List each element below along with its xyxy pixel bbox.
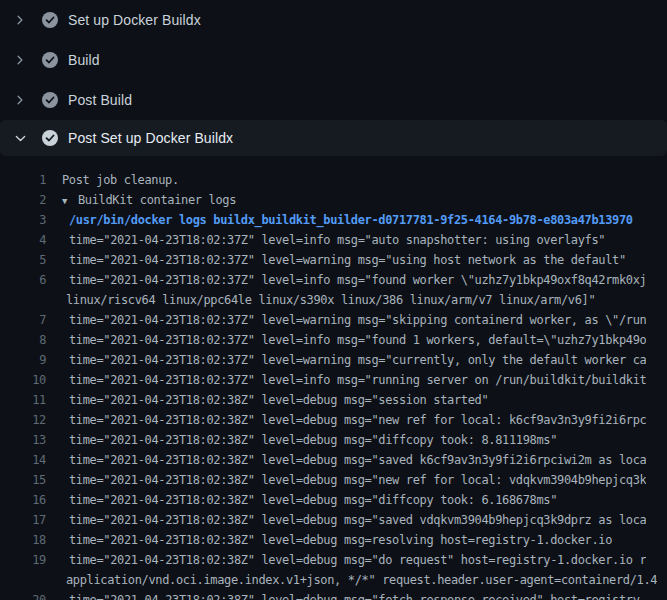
- line-number[interactable]: 10: [0, 370, 46, 390]
- chevron-right-icon: [12, 92, 28, 108]
- log-line: 5 time="2021-04-23T18:02:37Z" level=warn…: [0, 250, 667, 270]
- log-line: 1 Post job cleanup.: [0, 170, 667, 190]
- log-line: 2 ▼BuildKit container logs: [0, 190, 667, 210]
- log-text: application/vnd.oci.image.index.v1+json,…: [46, 570, 657, 590]
- step-label: Build: [68, 52, 100, 68]
- log-line: 6 time="2021-04-23T18:02:37Z" level=info…: [0, 270, 667, 290]
- log-viewer: 1 Post job cleanup. 2 ▼BuildKit containe…: [0, 156, 667, 600]
- group-collapse-triangle-icon[interactable]: ▼: [62, 191, 78, 210]
- log-line: application/vnd.oci.image.index.v1+json,…: [0, 570, 667, 590]
- log-text: time="2021-04-23T18:02:38Z" level=debug …: [46, 550, 646, 570]
- log-line: 20 time="2021-04-23T18:02:38Z" level=deb…: [0, 590, 667, 600]
- line-number[interactable]: 14: [0, 450, 46, 470]
- log-text: time="2021-04-23T18:02:38Z" level=debug …: [46, 470, 646, 490]
- step-label: Post Build: [68, 92, 132, 108]
- step-build[interactable]: Build: [0, 40, 667, 80]
- line-number[interactable]: 6: [0, 270, 46, 290]
- line-number[interactable]: 8: [0, 330, 46, 350]
- log-line: 13 time="2021-04-23T18:02:38Z" level=deb…: [0, 430, 667, 450]
- log-line: linux/riscv64 linux/ppc64le linux/s390x …: [0, 290, 667, 310]
- log-text: time="2021-04-23T18:02:37Z" level=info m…: [46, 270, 646, 290]
- log-text: time="2021-04-23T18:02:37Z" level=warnin…: [46, 310, 646, 330]
- log-text: time="2021-04-23T18:02:37Z" level=info m…: [46, 330, 646, 350]
- check-circle-icon: [42, 12, 58, 28]
- line-number[interactable]: 3: [0, 210, 46, 230]
- check-circle-icon: [42, 52, 58, 68]
- line-number[interactable]: 9: [0, 350, 46, 370]
- log-line: 12 time="2021-04-23T18:02:38Z" level=deb…: [0, 410, 667, 430]
- log-line: 15 time="2021-04-23T18:02:38Z" level=deb…: [0, 470, 667, 490]
- line-number[interactable]: 13: [0, 430, 46, 450]
- line-number[interactable]: 7: [0, 310, 46, 330]
- log-text: time="2021-04-23T18:02:37Z" level=warnin…: [46, 350, 646, 370]
- log-text: time="2021-04-23T18:02:37Z" level=info m…: [46, 370, 646, 390]
- line-number[interactable]: 4: [0, 230, 46, 250]
- log-line: 14 time="2021-04-23T18:02:38Z" level=deb…: [0, 450, 667, 470]
- log-text: time="2021-04-23T18:02:38Z" level=debug …: [46, 390, 488, 410]
- log-line: 11 time="2021-04-23T18:02:38Z" level=deb…: [0, 390, 667, 410]
- line-number[interactable]: 15: [0, 470, 46, 490]
- log-line: 18 time="2021-04-23T18:02:38Z" level=deb…: [0, 530, 667, 550]
- line-number[interactable]: [0, 570, 46, 590]
- log-text: time="2021-04-23T18:02:38Z" level=debug …: [46, 430, 557, 450]
- line-number[interactable]: 18: [0, 530, 46, 550]
- log-text: /usr/bin/docker logs buildx_buildkit_bui…: [46, 210, 633, 230]
- log-line: 8 time="2021-04-23T18:02:37Z" level=info…: [0, 330, 667, 350]
- step-post-set-up-docker-buildx[interactable]: Post Set up Docker Buildx: [0, 120, 667, 156]
- line-number[interactable]: 5: [0, 250, 46, 270]
- log-text: time="2021-04-23T18:02:38Z" level=debug …: [46, 450, 646, 470]
- line-number[interactable]: 2: [0, 190, 46, 210]
- log-line: 9 time="2021-04-23T18:02:37Z" level=warn…: [0, 350, 667, 370]
- log-line: 3 /usr/bin/docker logs buildx_buildkit_b…: [0, 210, 667, 230]
- line-number[interactable]: 1: [0, 170, 46, 190]
- job-steps-list: Set up Docker Buildx Build Post Build Po…: [0, 0, 667, 156]
- line-number[interactable]: [0, 290, 46, 310]
- step-label: Post Set up Docker Buildx: [68, 130, 233, 146]
- line-number[interactable]: 17: [0, 510, 46, 530]
- log-text: Post job cleanup.: [46, 170, 179, 190]
- log-text: time="2021-04-23T18:02:37Z" level=warnin…: [46, 250, 626, 270]
- log-line: 10 time="2021-04-23T18:02:37Z" level=inf…: [0, 370, 667, 390]
- log-line: 19 time="2021-04-23T18:02:38Z" level=deb…: [0, 550, 667, 570]
- log-line: 4 time="2021-04-23T18:02:37Z" level=info…: [0, 230, 667, 250]
- step-post-build[interactable]: Post Build: [0, 80, 667, 120]
- line-number[interactable]: 19: [0, 550, 46, 570]
- log-line: 7 time="2021-04-23T18:02:37Z" level=warn…: [0, 310, 667, 330]
- log-line: 17 time="2021-04-23T18:02:38Z" level=deb…: [0, 510, 667, 530]
- log-line: 16 time="2021-04-23T18:02:38Z" level=deb…: [0, 490, 667, 510]
- log-text: time="2021-04-23T18:02:38Z" level=debug …: [46, 510, 646, 530]
- log-text: time="2021-04-23T18:02:38Z" level=debug …: [46, 530, 612, 550]
- chevron-right-icon: [12, 12, 28, 28]
- log-text: time="2021-04-23T18:02:38Z" level=debug …: [46, 410, 646, 430]
- log-text: linux/riscv64 linux/ppc64le linux/s390x …: [46, 290, 595, 310]
- line-number[interactable]: 11: [0, 390, 46, 410]
- step-set-up-docker-buildx[interactable]: Set up Docker Buildx: [0, 0, 667, 40]
- log-text: time="2021-04-23T18:02:37Z" level=info m…: [46, 230, 605, 250]
- chevron-down-icon: [12, 130, 28, 146]
- check-circle-icon: [42, 92, 58, 108]
- log-text: time="2021-04-23T18:02:38Z" level=debug …: [46, 490, 557, 510]
- check-circle-icon: [42, 130, 58, 146]
- step-label: Set up Docker Buildx: [68, 12, 201, 28]
- line-number[interactable]: 12: [0, 410, 46, 430]
- chevron-right-icon: [12, 52, 28, 68]
- log-text: ▼BuildKit container logs: [46, 190, 236, 210]
- line-number[interactable]: 20: [0, 590, 46, 600]
- line-number[interactable]: 16: [0, 490, 46, 510]
- log-text: time="2021-04-23T18:02:38Z" level=debug …: [46, 590, 646, 600]
